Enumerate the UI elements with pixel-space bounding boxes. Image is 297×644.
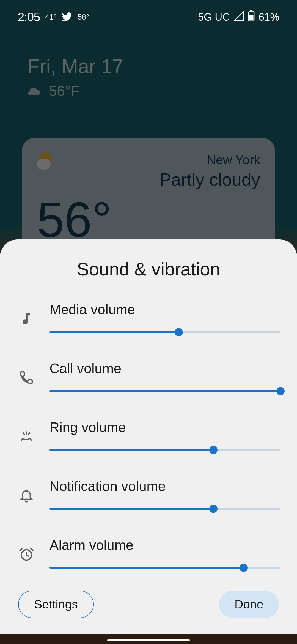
bell-icon xyxy=(16,485,36,505)
ring-volume-slider[interactable] xyxy=(50,446,280,454)
notification-volume-slider[interactable] xyxy=(50,505,280,512)
nav-handle[interactable] xyxy=(107,639,190,641)
twitter-icon xyxy=(62,12,73,22)
status-weather-2: 58° xyxy=(78,13,89,21)
call-volume-label: Call volume xyxy=(50,361,280,376)
status-time: 2:05 xyxy=(18,10,40,24)
done-button[interactable]: Done xyxy=(219,591,279,618)
ring-volume-row: Ring volume xyxy=(16,419,280,454)
alarm-volume-row: Alarm volume xyxy=(16,537,280,571)
alarm-volume-slider[interactable] xyxy=(50,564,280,571)
signal-icon xyxy=(234,11,244,24)
settings-button[interactable]: Settings xyxy=(18,591,94,618)
status-bar: 2:05 41° 58° 5G UC 61% xyxy=(0,8,297,26)
alarm-icon xyxy=(16,544,36,564)
svg-line-5 xyxy=(29,433,30,434)
notification-volume-row: Notification volume xyxy=(16,478,280,512)
media-volume-slider[interactable] xyxy=(50,328,280,336)
call-volume-slider[interactable] xyxy=(50,387,280,395)
svg-rect-1 xyxy=(250,10,252,12)
system-navbar xyxy=(0,634,297,644)
media-volume-label: Media volume xyxy=(50,302,280,318)
svg-rect-2 xyxy=(249,15,253,20)
ring-volume-label: Ring volume xyxy=(50,419,280,435)
alarm-volume-label: Alarm volume xyxy=(50,537,280,553)
svg-line-4 xyxy=(23,433,24,434)
notification-volume-label: Notification volume xyxy=(50,478,280,494)
battery-icon xyxy=(248,10,255,24)
sheet-title: Sound & vibration xyxy=(16,259,280,280)
battery-percent: 61% xyxy=(258,11,279,23)
status-weather-1: 41° xyxy=(45,13,57,21)
ring-icon xyxy=(16,427,36,446)
sound-vibration-sheet: Sound & vibration Media volume Call volu… xyxy=(0,239,297,644)
network-label: 5G UC xyxy=(198,11,230,23)
music-note-icon xyxy=(16,309,36,329)
phone-icon xyxy=(16,368,36,388)
call-volume-row: Call volume xyxy=(16,361,280,395)
media-volume-row: Media volume xyxy=(16,302,280,336)
